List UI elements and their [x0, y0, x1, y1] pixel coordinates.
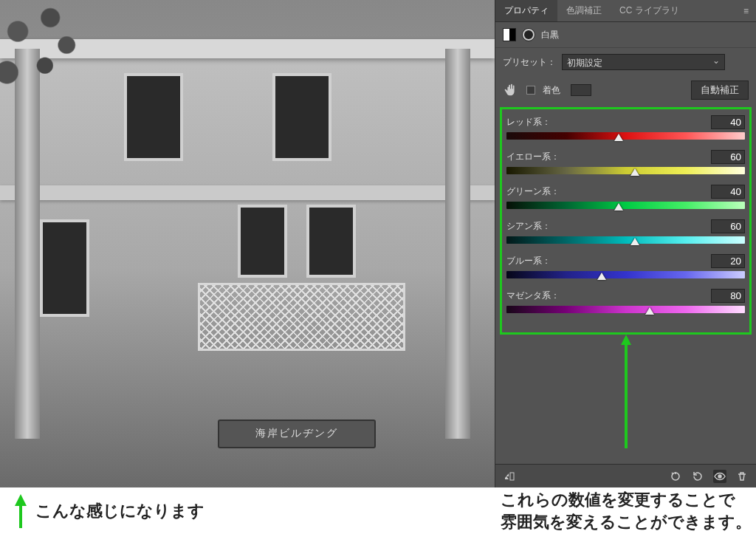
toggle-visibility-icon[interactable]	[713, 470, 726, 483]
adjustment-name: 白黒	[541, 29, 559, 41]
slider-value-input[interactable]	[711, 185, 745, 199]
targeted-adjust-hand-icon[interactable]	[503, 82, 519, 98]
properties-panel: プロパティ 色調補正 CC ライブラリ ≡ 白黒 プリセット： 初期設定 着色 …	[495, 0, 756, 487]
preset-value: 初期設定	[567, 58, 602, 68]
tab-color-correction[interactable]: 色調補正	[557, 0, 611, 21]
slider-blue: ブルー系：	[506, 254, 745, 278]
panel-menu-icon[interactable]: ≡	[736, 6, 756, 16]
slider-thumb[interactable]	[630, 238, 639, 245]
caption-right-line1: これらの数値を変更することで	[501, 489, 752, 511]
preset-dropdown[interactable]: 初期設定	[562, 54, 725, 70]
slider-value-input[interactable]	[711, 254, 745, 268]
slider-value-input[interactable]	[711, 219, 745, 233]
caption-left: こんな感じになります	[35, 500, 205, 522]
caption-right-line2: 雰囲気を変えることができます。	[501, 511, 752, 533]
annotation-arrow-left	[15, 494, 27, 528]
annotation-captions: こんな感じになります これらの数値を変更することで 雰囲気を変えることができます…	[0, 487, 756, 534]
panel-tabs: プロパティ 色調補正 CC ライブラリ ≡	[495, 0, 756, 22]
panel-footer	[495, 464, 756, 487]
black-white-icon	[503, 28, 516, 41]
window	[124, 73, 183, 161]
tree-leaves	[0, 0, 94, 127]
slider-green: グリーン系：	[506, 185, 745, 209]
tab-cc-libraries[interactable]: CC ライブラリ	[611, 0, 688, 21]
slider-label: グリーン系：	[506, 185, 560, 198]
tint-color-swatch[interactable]	[571, 84, 591, 96]
slider-label: イエロー系：	[506, 151, 560, 163]
slider-thumb[interactable]	[630, 168, 639, 176]
cornice-mid	[0, 185, 495, 200]
window	[306, 205, 356, 278]
slider-label: マゼンタ系：	[506, 290, 560, 302]
tint-checkbox[interactable]	[526, 86, 535, 95]
preset-label: プリセット：	[503, 56, 556, 69]
adjustment-header: 白黒	[495, 22, 756, 48]
view-previous-state-icon[interactable]	[669, 470, 682, 483]
svg-point-2	[718, 475, 721, 478]
tab-properties[interactable]: プロパティ	[495, 0, 557, 21]
clip-to-layer-icon[interactable]	[503, 470, 516, 483]
layer-mask-icon	[522, 28, 535, 41]
sliders-highlight-box: レッド系：イエロー系：グリーン系：シアン系：ブルー系：マゼンタ系：	[500, 107, 752, 335]
slider-track[interactable]	[506, 271, 745, 278]
pilaster-right	[445, 49, 470, 439]
reset-icon[interactable]	[691, 470, 704, 483]
annotation-arrow	[495, 335, 756, 448]
delete-icon[interactable]	[735, 470, 749, 483]
slider-thumb[interactable]	[614, 203, 623, 210]
slider-thumb[interactable]	[614, 134, 623, 141]
slider-track[interactable]	[506, 167, 745, 174]
slider-thumb[interactable]	[597, 273, 606, 280]
slider-value-input[interactable]	[711, 150, 745, 164]
slider-track[interactable]	[506, 132, 745, 140]
slider-red: レッド系：	[506, 115, 745, 140]
slider-track[interactable]	[506, 236, 745, 244]
balcony-railing	[198, 283, 405, 351]
window	[272, 73, 331, 161]
window	[40, 219, 89, 317]
slider-cyan: シアン系：	[506, 219, 745, 244]
auto-button[interactable]: 自動補正	[691, 81, 749, 100]
slider-value-input[interactable]	[711, 115, 745, 129]
slider-label: シアン系：	[506, 220, 551, 233]
slider-label: ブルー系：	[506, 255, 551, 267]
building-sign: 海岸ビルヂング	[218, 420, 376, 449]
slider-yellow: イエロー系：	[506, 150, 745, 174]
window	[238, 205, 287, 278]
svg-rect-0	[510, 473, 514, 480]
slider-label: レッド系：	[506, 116, 551, 129]
preview-image: 海岸ビルヂング	[0, 0, 495, 487]
slider-track[interactable]	[506, 202, 745, 209]
tint-label: 着色	[543, 84, 560, 97]
slider-thumb[interactable]	[645, 307, 654, 315]
slider-value-input[interactable]	[711, 289, 745, 303]
slider-track[interactable]	[506, 306, 745, 313]
slider-magenta: マゼンタ系：	[506, 289, 745, 313]
